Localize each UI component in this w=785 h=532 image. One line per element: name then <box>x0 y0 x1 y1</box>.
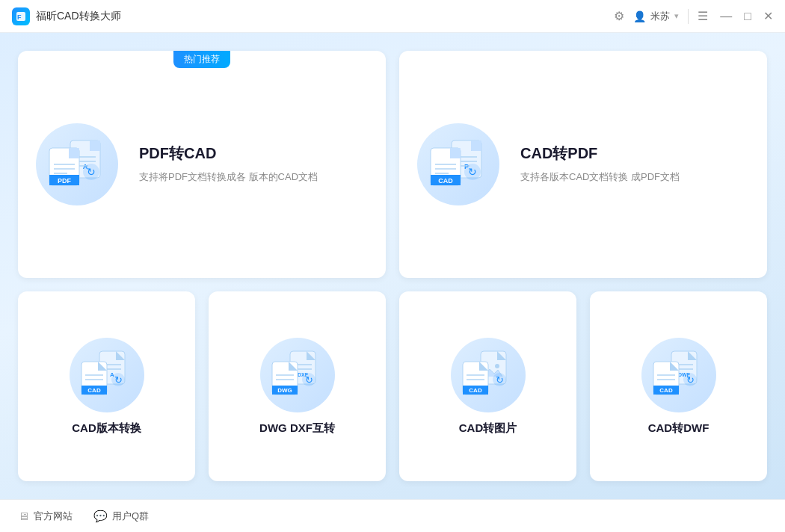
cad-to-pdf-icon: P CAD <box>417 123 499 205</box>
pdf-to-cad-title: PDF转CAD <box>139 143 318 164</box>
app-title: 福昕CAD转换大师 <box>36 10 121 23</box>
svg-text:CAD: CAD <box>469 387 482 394</box>
svg-rect-21 <box>471 140 481 151</box>
pdf-to-cad-desc: 支持将PDF文档转换成各 版本的CAD文档 <box>139 170 318 185</box>
svg-text:↻: ↻ <box>87 166 96 178</box>
pdf-to-cad-text: PDF转CAD 支持将PDF文档转换成各 版本的CAD文档 <box>139 143 318 185</box>
qq-group-label: 用户Q群 <box>112 510 149 523</box>
cad-version-icon: A CAD ↻ <box>70 338 144 412</box>
svg-text:↻: ↻ <box>304 374 313 386</box>
cad-to-dwf-title: CAD转DWF <box>648 421 709 436</box>
svg-text:CAD: CAD <box>659 387 673 394</box>
cad-to-image-card[interactable]: CAD ↻ CAD转图片 <box>399 291 576 481</box>
svg-text:↻: ↻ <box>495 374 503 386</box>
menu-button[interactable]: ☰ <box>698 10 708 22</box>
svg-text:↻: ↻ <box>468 166 477 178</box>
dwg-dxf-card[interactable]: DXF DWG ↻ <box>209 291 386 481</box>
pdf-to-cad-icon: A PDF <box>36 123 118 205</box>
cad-to-pdf-title: CAD转PDF <box>520 143 680 164</box>
bottom-row: A CAD ↻ <box>18 291 767 481</box>
cad-version-title: CAD版本转换 <box>72 421 141 436</box>
monitor-icon: 🖥 <box>18 510 29 522</box>
cad-to-pdf-text: CAD转PDF 支持各版本CAD文档转换 成PDF文档 <box>520 143 680 185</box>
svg-text:↻: ↻ <box>686 374 694 386</box>
window-controls: ☰ — □ ✕ <box>698 10 773 22</box>
main-content: 热门推荐 A <box>0 33 785 499</box>
svg-text:↻: ↻ <box>114 374 122 386</box>
app-logo: F <box>12 7 30 25</box>
top-row: 热门推荐 A <box>18 51 767 278</box>
user-menu[interactable]: 👤 米苏 ▾ <box>633 10 679 23</box>
title-bar-left: F 福昕CAD转换大师 <box>12 7 121 25</box>
svg-text:DWG: DWG <box>277 387 292 394</box>
separator <box>688 9 689 24</box>
svg-text:CAD: CAD <box>87 387 101 394</box>
cad-to-image-title: CAD转图片 <box>459 421 517 436</box>
official-website-link[interactable]: 🖥 官方网站 <box>18 510 73 523</box>
footer: 🖥 官方网站 💬 用户Q群 <box>0 499 785 532</box>
qq-group-link[interactable]: 💬 用户Q群 <box>93 510 149 523</box>
svg-text:PDF: PDF <box>58 177 72 185</box>
svg-rect-11 <box>69 148 79 158</box>
chat-icon: 💬 <box>93 510 108 523</box>
cad-to-dwf-card[interactable]: DWF CAD ↻ <box>590 291 767 481</box>
official-website-label: 官方网站 <box>34 510 73 523</box>
cad-to-dwf-icon: DWF CAD ↻ <box>641 338 716 412</box>
settings-icon[interactable]: ⚙ <box>614 9 624 23</box>
pdf-to-cad-card[interactable]: 热门推荐 A <box>18 51 386 278</box>
close-button[interactable]: ✕ <box>763 10 773 22</box>
cad-to-image-icon: CAD ↻ <box>451 338 526 412</box>
maximize-button[interactable]: □ <box>744 10 751 22</box>
svg-rect-4 <box>90 140 100 151</box>
svg-text:F: F <box>17 13 22 21</box>
username: 米苏 <box>650 10 670 23</box>
title-bar-right: ⚙ 👤 米苏 ▾ ☰ — □ ✕ <box>614 9 773 24</box>
user-icon: 👤 <box>633 10 646 22</box>
svg-point-64 <box>495 364 499 368</box>
cad-to-pdf-card[interactable]: P CAD <box>399 51 767 278</box>
cad-version-card[interactable]: A CAD ↻ <box>18 291 195 481</box>
dwg-dxf-title: DWG DXF互转 <box>259 421 335 436</box>
chevron-down-icon: ▾ <box>674 11 679 21</box>
svg-text:CAD: CAD <box>438 177 453 185</box>
minimize-button[interactable]: — <box>720 10 732 22</box>
svg-rect-28 <box>450 148 461 158</box>
hot-badge: 热门推荐 <box>173 51 230 68</box>
cad-to-pdf-desc: 支持各版本CAD文档转换 成PDF文档 <box>520 170 680 185</box>
title-bar: F 福昕CAD转换大师 ⚙ 👤 米苏 ▾ ☰ — □ ✕ <box>0 0 785 33</box>
dwg-dxf-icon: DXF DWG ↻ <box>260 338 335 412</box>
